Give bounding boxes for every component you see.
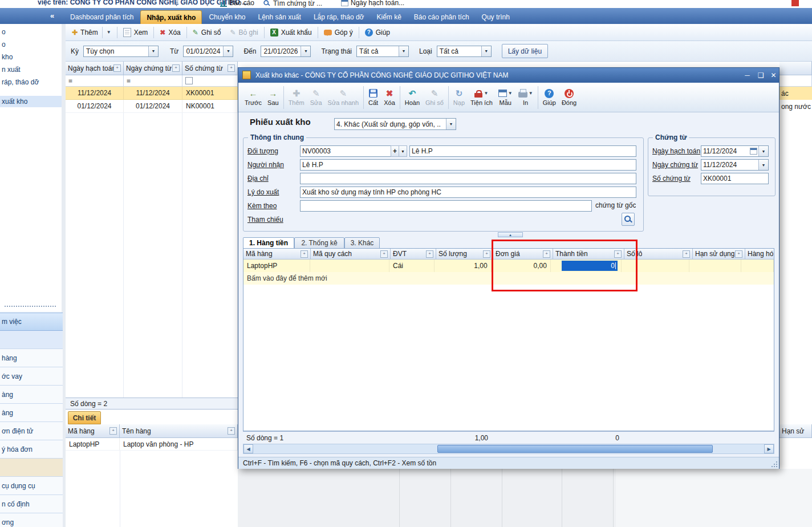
add-button[interactable]: ✚ Thêm [286, 84, 307, 111]
browse-row[interactable]: 01/12/2024 01/12/2024 NK00001 [66, 100, 238, 113]
module-item[interactable]: ý hóa đơn [0, 440, 63, 459]
type-combo[interactable]: Tất cả ▼ [437, 46, 492, 57]
col-ma-quy-cach[interactable]: Mã quy cách+ [311, 249, 391, 260]
column-header-ngay-hach-toan[interactable]: Ngày hạch toán+ [66, 62, 124, 75]
period-combo[interactable]: Tùy chọn ▼ [83, 46, 159, 57]
pin-icon[interactable]: + [735, 250, 742, 258]
pin-icon[interactable]: + [109, 427, 117, 435]
scroll-left-arrow[interactable]: ◀ [243, 444, 253, 453]
dialog-title-bar[interactable]: Xuất kho khác - CÔNG TY CỔ PHẦN CÔNG NGH… [238, 68, 779, 83]
tab-dashboard[interactable]: Dashboard phân tích [64, 10, 139, 24]
quick-edit-button[interactable]: ✎ Sửa nhanh [325, 84, 362, 111]
col-don-gia[interactable]: Đơn giá+ [493, 249, 553, 260]
sidebar-item[interactable]: o [0, 39, 62, 50]
sidebar-item[interactable]: kho [0, 51, 62, 63]
thanh-tien-cell[interactable]: 0 [551, 260, 622, 272]
unpost-button[interactable]: ✎ Bỏ ghi [226, 26, 263, 39]
print-button[interactable]: ▼ In [515, 84, 536, 111]
post-button[interactable]: ✎ Ghi sổ [188, 26, 226, 39]
col-dvt[interactable]: ĐVT+ [391, 249, 436, 260]
pin-icon[interactable]: + [228, 64, 235, 72]
tab-hang-tien[interactable]: 1. Hàng tiền [243, 237, 294, 249]
tab-kiem-ke[interactable]: Kiểm kê [371, 10, 407, 24]
chevron-down-icon[interactable]: ▼ [148, 46, 158, 56]
help-button[interactable]: ? Giúp [540, 84, 559, 111]
chevron-down-icon[interactable]: ▼ [758, 146, 768, 156]
module-item[interactable]: hàng [0, 349, 63, 367]
detail-tab-chi-tiet[interactable]: Chi tiết [68, 411, 101, 424]
ngay-hach-toan-field[interactable]: 11/12/2024 ▼ [701, 145, 769, 157]
delete-button[interactable]: ✖ Xóa [381, 84, 398, 111]
close-button[interactable]: ✕ [769, 70, 778, 80]
tab-lenh-san-xuat[interactable]: Lệnh sản xuất [252, 10, 306, 24]
add-object-button[interactable]: + [391, 145, 399, 157]
minimize-button[interactable]: ─ [742, 70, 752, 80]
sidebar-item-xuat-kho[interactable]: xuất kho [0, 96, 62, 107]
col-thanh-tien[interactable]: Thành tiền+ [553, 249, 624, 260]
help-button[interactable]: ? Giúp [360, 26, 395, 39]
collapse-header-splitter[interactable]: ▲ [498, 232, 523, 237]
status-combo[interactable]: Tất cả ▼ [356, 46, 409, 57]
module-item[interactable]: ớc vay [0, 367, 63, 386]
module-item[interactable]: cụ dụng cụ [0, 477, 63, 495]
from-date-combo[interactable]: 01/01/2024 ▼ [183, 46, 233, 57]
pin-icon[interactable]: + [543, 250, 550, 258]
tab-nhap-xuat-kho[interactable]: Nhập, xuất kho [140, 10, 202, 25]
module-item[interactable]: ơn điện tử [0, 422, 63, 440]
sidebar-item[interactable]: o [0, 26, 62, 38]
tab-khac[interactable]: 3. Khác [344, 237, 380, 249]
ly-do-field[interactable]: Xuất kho sử dụng máy tính HP cho phòng H… [300, 187, 636, 198]
tab-lap-rap-thao-do[interactable]: Lắp ráp, tháo dỡ [308, 10, 370, 24]
posting-date-shortcut[interactable]: Ngày hạch toán... [341, 0, 404, 7]
document-type-combo[interactable]: 4. Khác (Xuất sử dụng, góp vốn, .. ▼ [334, 118, 456, 130]
module-item[interactable]: àng [0, 386, 63, 404]
doi-tuong-code-field[interactable]: NV00003 [300, 145, 391, 157]
resize-grip[interactable] [772, 461, 777, 467]
get-data-button[interactable]: Lấy dữ liệu [502, 44, 548, 58]
col-han-su-dung[interactable]: Hạn sử dụng+ [693, 249, 745, 260]
tab-chuyen-kho[interactable]: Chuyển kho [203, 10, 251, 24]
view-button[interactable]: Xem [119, 26, 153, 39]
calendar-icon[interactable] [750, 148, 757, 155]
tab-quy-trinh[interactable]: Quy trình [476, 10, 515, 24]
pin-icon[interactable]: + [172, 64, 180, 72]
next-button[interactable]: → Sau [265, 84, 282, 111]
sidebar-drag-handle[interactable] [5, 306, 56, 307]
kem-theo-field[interactable] [300, 200, 592, 212]
report-shortcut[interactable]: Báo cáo [220, 0, 254, 7]
col-hang-hoa[interactable]: Hàng hó [745, 249, 774, 260]
col-so-luong[interactable]: Số lượng+ [436, 249, 493, 260]
detail-column-ten-hang[interactable]: Tên hàng+ [120, 424, 238, 438]
chevron-down-icon[interactable]: ▼ [223, 46, 233, 56]
checkbox[interactable] [185, 77, 193, 84]
reload-button[interactable]: ↻ Nạp [450, 84, 468, 111]
col-so-lo[interactable]: Số lô+ [624, 249, 693, 260]
browse-row-fragment[interactable]: ác [779, 87, 812, 100]
add-new-row[interactable]: Bấm vào đây để thêm mới [243, 272, 774, 285]
undo-button[interactable]: ↶ Hoàn [402, 84, 423, 111]
filter-cell[interactable]: = [124, 75, 182, 87]
chevron-down-icon[interactable]: ▼ [301, 46, 310, 56]
detail-row[interactable]: LaptopHP Laptop văn phòng - HP [66, 438, 238, 451]
utilities-button[interactable]: ▼ Tiện ích [468, 84, 496, 111]
module-item[interactable] [0, 459, 63, 477]
template-button[interactable]: ▼ Mẫu [496, 84, 515, 111]
pin-icon[interactable]: + [113, 64, 121, 72]
horizontal-scrollbar[interactable]: ◀ ▶ [243, 444, 774, 454]
pin-icon[interactable]: + [301, 250, 308, 258]
collapse-sidebar-chevron[interactable]: « [50, 11, 54, 20]
module-item[interactable]: ơng [0, 513, 63, 527]
sidebar-item[interactable]: ráp, tháo dỡ [0, 76, 62, 88]
pin-icon[interactable]: + [426, 250, 433, 258]
add-button[interactable]: ✚ Thêm ▼ [67, 26, 116, 39]
column-header-so-chung-tu[interactable]: Số chứng từ+ [182, 62, 238, 75]
module-item[interactable]: m việc [0, 313, 63, 331]
module-item[interactable]: n cố định [0, 495, 63, 513]
doi-tuong-name-field[interactable]: Lê H.P [409, 145, 636, 157]
tab-thong-ke[interactable]: 2. Thống kê [294, 237, 344, 249]
lookup-button[interactable] [622, 213, 635, 226]
chevron-down-icon[interactable]: ▼ [481, 46, 491, 56]
browse-row-fragment[interactable]: ong nước n [779, 100, 812, 113]
pin-icon[interactable]: + [483, 250, 490, 258]
tab-bao-cao-phan-tich[interactable]: Báo cáo phân tích [408, 10, 475, 24]
